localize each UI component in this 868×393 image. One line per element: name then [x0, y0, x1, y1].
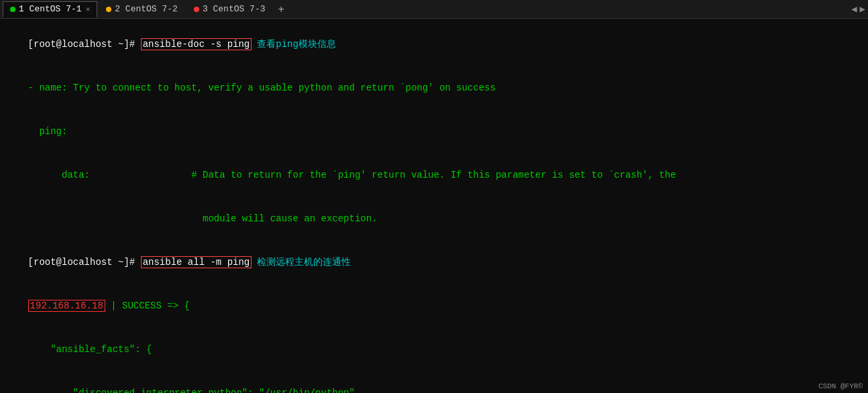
output-text-3: ping:: [28, 126, 68, 137]
output-line-5: module will cause an exception.: [5, 197, 863, 241]
nav-left-icon[interactable]: ◀: [851, 3, 857, 15]
tab-label-1: 1 CentOS 7-1: [19, 4, 82, 14]
tab-centos-3[interactable]: 3 CentOS 7-3: [186, 1, 273, 17]
command-line-1: [root@localhost ~]# ansible-doc -s ping查…: [5, 23, 863, 66]
prompt-2: [root@localhost ~]#: [28, 257, 141, 268]
tab-bar: 1 CentOS 7-1 ✕ 2 CentOS 7-2 3 CentOS 7-3…: [0, 0, 868, 19]
tab-dot-3: [194, 7, 199, 12]
prompt-1: [root@localhost ~]#: [28, 39, 141, 50]
output-line-3: ping:: [5, 110, 863, 154]
command-line-2: [root@localhost ~]# ansible all -m ping检…: [5, 241, 863, 284]
output-text-2: - name: Try to connect to host, verify a…: [28, 82, 496, 93]
output-line-2: - name: Try to connect to host, verify a…: [5, 66, 863, 110]
tab-dot-2: [106, 7, 111, 12]
output-line-8: "discovered_interpreter_python": "/usr/b…: [5, 372, 863, 394]
output-text-5: module will cause an exception.: [28, 213, 378, 224]
watermark: CSDN @FYR©: [818, 382, 863, 390]
close-icon-1[interactable]: ✕: [86, 5, 91, 13]
command-box-2: ansible all -m ping: [141, 256, 252, 268]
nav-right-icon[interactable]: ▶: [860, 3, 865, 15]
tab-label-2: 2 CentOS 7-2: [115, 4, 178, 14]
output-text-7: "ansible_facts": {: [28, 344, 152, 355]
command-box-1: ansible-doc -s ping: [141, 38, 252, 50]
success-text-1: | SUCCESS => {: [105, 300, 190, 311]
tab-dot-1: [10, 7, 15, 12]
tab-label-3: 3 CentOS 7-3: [203, 4, 266, 14]
annotation-2: 检测远程主机的连通性: [257, 257, 351, 268]
output-line-7: "ansible_facts": {: [5, 328, 863, 372]
output-text-4: data: # Data to return for the `ping' re…: [28, 170, 676, 180]
tab-centos-1[interactable]: 1 CentOS 7-1 ✕: [3, 1, 97, 17]
ip-box-1: 192.168.16.18: [28, 300, 105, 312]
nav-arrows: ◀ ▶: [851, 3, 865, 15]
ip-result-1: 192.168.16.18 | SUCCESS => {: [5, 284, 863, 328]
tab-centos-2[interactable]: 2 CentOS 7-2: [99, 1, 185, 17]
annotation-1: 查看ping模块信息: [257, 39, 336, 50]
output-line-4: data: # Data to return for the `ping' re…: [5, 154, 863, 197]
output-text-8: "discovered_interpreter_python": "/usr/b…: [28, 388, 355, 393]
add-tab-button[interactable]: +: [274, 3, 288, 15]
terminal: [root@localhost ~]# ansible-doc -s ping查…: [0, 19, 868, 393]
